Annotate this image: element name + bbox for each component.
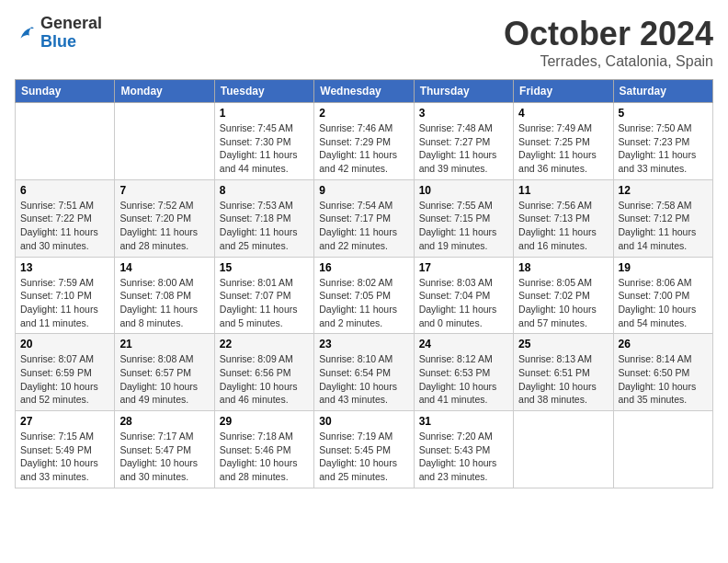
day-cell: 6Sunrise: 7:51 AM Sunset: 7:22 PM Daylig… xyxy=(16,179,115,257)
day-info: Sunrise: 8:12 AM Sunset: 6:53 PM Dayligh… xyxy=(419,352,508,407)
day-number: 2 xyxy=(319,107,408,120)
day-number: 7 xyxy=(119,184,209,197)
day-number: 30 xyxy=(319,415,408,428)
day-cell: 19Sunrise: 8:06 AM Sunset: 7:00 PM Dayli… xyxy=(613,257,712,334)
header-cell-monday: Monday xyxy=(115,80,214,103)
day-number: 8 xyxy=(220,184,309,197)
week-row-1: 1Sunrise: 7:45 AM Sunset: 7:30 PM Daylig… xyxy=(16,103,713,180)
day-number: 11 xyxy=(518,184,608,197)
day-number: 14 xyxy=(119,261,209,274)
day-number: 20 xyxy=(20,338,109,350)
header-cell-sunday: Sunday xyxy=(16,80,115,103)
day-cell: 5Sunrise: 7:50 AM Sunset: 7:23 PM Daylig… xyxy=(613,103,712,180)
day-info: Sunrise: 8:03 AM Sunset: 7:04 PM Dayligh… xyxy=(419,276,508,330)
day-info: Sunrise: 7:59 AM Sunset: 7:10 PM Dayligh… xyxy=(20,276,109,330)
header-row: SundayMondayTuesdayWednesdayThursdayFrid… xyxy=(16,80,713,103)
header-cell-thursday: Thursday xyxy=(414,80,513,103)
day-number: 29 xyxy=(220,415,309,428)
day-cell: 4Sunrise: 7:49 AM Sunset: 7:25 PM Daylig… xyxy=(514,103,613,180)
day-cell: 17Sunrise: 8:03 AM Sunset: 7:04 PM Dayli… xyxy=(414,257,513,334)
day-info: Sunrise: 7:48 AM Sunset: 7:27 PM Dayligh… xyxy=(419,121,508,176)
day-info: Sunrise: 7:51 AM Sunset: 7:22 PM Dayligh… xyxy=(20,199,109,253)
day-cell: 9Sunrise: 7:54 AM Sunset: 7:17 PM Daylig… xyxy=(314,179,414,257)
day-cell: 8Sunrise: 7:53 AM Sunset: 7:18 PM Daylig… xyxy=(214,179,313,257)
day-number: 13 xyxy=(20,261,109,274)
day-cell: 24Sunrise: 8:12 AM Sunset: 6:53 PM Dayli… xyxy=(414,334,513,411)
day-cell: 3Sunrise: 7:48 AM Sunset: 7:27 PM Daylig… xyxy=(414,103,513,180)
day-number: 31 xyxy=(419,415,508,428)
day-cell: 13Sunrise: 7:59 AM Sunset: 7:10 PM Dayli… xyxy=(16,257,115,334)
day-cell xyxy=(115,103,214,180)
day-number: 25 xyxy=(518,338,608,350)
day-number: 21 xyxy=(119,338,209,350)
day-cell: 11Sunrise: 7:56 AM Sunset: 7:13 PM Dayli… xyxy=(514,179,613,257)
calendar-header: SundayMondayTuesdayWednesdayThursdayFrid… xyxy=(16,80,713,103)
day-number: 15 xyxy=(220,261,309,274)
week-row-3: 13Sunrise: 7:59 AM Sunset: 7:10 PM Dayli… xyxy=(16,257,713,334)
day-info: Sunrise: 8:00 AM Sunset: 7:08 PM Dayligh… xyxy=(119,276,209,330)
day-info: Sunrise: 8:02 AM Sunset: 7:05 PM Dayligh… xyxy=(319,276,408,330)
day-cell: 26Sunrise: 8:14 AM Sunset: 6:50 PM Dayli… xyxy=(613,334,712,411)
day-number: 22 xyxy=(220,338,309,350)
day-number: 12 xyxy=(619,184,708,197)
day-info: Sunrise: 7:50 AM Sunset: 7:23 PM Dayligh… xyxy=(619,121,708,176)
logo-text: General Blue xyxy=(40,15,102,52)
day-cell: 14Sunrise: 8:00 AM Sunset: 7:08 PM Dayli… xyxy=(115,257,214,334)
day-cell xyxy=(514,411,613,488)
day-number: 6 xyxy=(20,184,109,197)
month-title: October 2024 xyxy=(504,15,713,53)
day-info: Sunrise: 7:18 AM Sunset: 5:46 PM Dayligh… xyxy=(220,430,309,484)
day-info: Sunrise: 8:01 AM Sunset: 7:07 PM Dayligh… xyxy=(220,276,309,330)
day-info: Sunrise: 7:56 AM Sunset: 7:13 PM Dayligh… xyxy=(518,199,608,253)
day-number: 18 xyxy=(518,261,608,274)
day-info: Sunrise: 7:58 AM Sunset: 7:12 PM Dayligh… xyxy=(619,199,708,253)
day-cell: 16Sunrise: 8:02 AM Sunset: 7:05 PM Dayli… xyxy=(314,257,414,334)
week-row-2: 6Sunrise: 7:51 AM Sunset: 7:22 PM Daylig… xyxy=(16,179,713,257)
day-info: Sunrise: 7:52 AM Sunset: 7:20 PM Dayligh… xyxy=(119,199,209,253)
calendar-body: 1Sunrise: 7:45 AM Sunset: 7:30 PM Daylig… xyxy=(16,103,713,488)
day-info: Sunrise: 8:08 AM Sunset: 6:57 PM Dayligh… xyxy=(119,352,209,407)
day-number: 10 xyxy=(419,184,508,197)
day-cell: 22Sunrise: 8:09 AM Sunset: 6:56 PM Dayli… xyxy=(214,334,313,411)
day-cell xyxy=(613,411,712,488)
day-number: 26 xyxy=(619,338,708,350)
day-info: Sunrise: 7:49 AM Sunset: 7:25 PM Dayligh… xyxy=(518,121,608,176)
day-info: Sunrise: 7:55 AM Sunset: 7:15 PM Dayligh… xyxy=(419,199,508,253)
day-cell: 29Sunrise: 7:18 AM Sunset: 5:46 PM Dayli… xyxy=(214,411,313,488)
day-cell: 15Sunrise: 8:01 AM Sunset: 7:07 PM Dayli… xyxy=(214,257,313,334)
day-info: Sunrise: 7:17 AM Sunset: 5:47 PM Dayligh… xyxy=(119,430,209,484)
day-cell: 7Sunrise: 7:52 AM Sunset: 7:20 PM Daylig… xyxy=(115,179,214,257)
header-cell-friday: Friday xyxy=(514,80,613,103)
day-cell: 12Sunrise: 7:58 AM Sunset: 7:12 PM Dayli… xyxy=(613,179,712,257)
day-info: Sunrise: 7:15 AM Sunset: 5:49 PM Dayligh… xyxy=(20,430,109,484)
day-info: Sunrise: 7:46 AM Sunset: 7:29 PM Dayligh… xyxy=(319,121,408,176)
day-number: 19 xyxy=(619,261,708,274)
day-cell: 2Sunrise: 7:46 AM Sunset: 7:29 PM Daylig… xyxy=(314,103,414,180)
day-number: 9 xyxy=(319,184,408,197)
day-cell: 31Sunrise: 7:20 AM Sunset: 5:43 PM Dayli… xyxy=(414,411,513,488)
week-row-5: 27Sunrise: 7:15 AM Sunset: 5:49 PM Dayli… xyxy=(16,411,713,488)
page-header: General Blue October 2024 Terrades, Cata… xyxy=(15,15,713,70)
header-cell-saturday: Saturday xyxy=(613,80,712,103)
day-number: 23 xyxy=(319,338,408,350)
day-cell xyxy=(16,103,115,180)
day-info: Sunrise: 7:53 AM Sunset: 7:18 PM Dayligh… xyxy=(220,199,309,253)
day-info: Sunrise: 8:09 AM Sunset: 6:56 PM Dayligh… xyxy=(220,352,309,407)
day-number: 1 xyxy=(220,107,309,120)
day-cell: 30Sunrise: 7:19 AM Sunset: 5:45 PM Dayli… xyxy=(314,411,414,488)
day-number: 17 xyxy=(419,261,508,274)
logo-general: General xyxy=(40,15,102,33)
location: Terrades, Catalonia, Spain xyxy=(504,53,713,70)
day-info: Sunrise: 8:14 AM Sunset: 6:50 PM Dayligh… xyxy=(619,352,708,407)
day-cell: 1Sunrise: 7:45 AM Sunset: 7:30 PM Daylig… xyxy=(214,103,313,180)
day-info: Sunrise: 7:20 AM Sunset: 5:43 PM Dayligh… xyxy=(419,430,508,484)
day-number: 24 xyxy=(419,338,508,350)
day-cell: 27Sunrise: 7:15 AM Sunset: 5:49 PM Dayli… xyxy=(16,411,115,488)
day-cell: 20Sunrise: 8:07 AM Sunset: 6:59 PM Dayli… xyxy=(16,334,115,411)
logo-blue-text: Blue xyxy=(40,33,102,52)
day-info: Sunrise: 7:45 AM Sunset: 7:30 PM Dayligh… xyxy=(220,121,309,176)
day-cell: 23Sunrise: 8:10 AM Sunset: 6:54 PM Dayli… xyxy=(314,334,414,411)
header-cell-wednesday: Wednesday xyxy=(314,80,414,103)
day-number: 3 xyxy=(419,107,508,120)
day-number: 5 xyxy=(619,107,708,120)
